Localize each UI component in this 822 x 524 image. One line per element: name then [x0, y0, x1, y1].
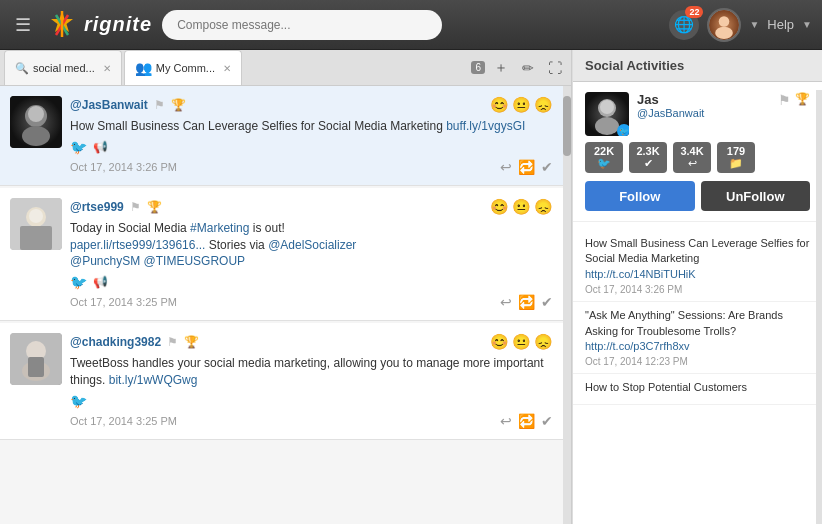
- mention-adel[interactable]: @AdelSocializer: [268, 238, 356, 252]
- sad-emoji-2[interactable]: 😞: [534, 198, 553, 216]
- activity-text-2: "Ask Me Anything" Sessions: Are Brands A…: [585, 308, 810, 354]
- retweet-icon-1[interactable]: 🔁: [518, 159, 535, 175]
- help-dropdown-arrow[interactable]: ▼: [802, 19, 812, 30]
- activity-item-1: How Small Business Can Leverage Selfies …: [573, 230, 822, 302]
- neutral-emoji-2[interactable]: 😐: [512, 198, 531, 216]
- add-tab-button[interactable]: ＋: [489, 57, 513, 79]
- feed-username-3[interactable]: @chadking3982: [70, 335, 161, 349]
- feed-item: @JasBanwait ⚑ 🏆 😊 😐 😞 How Small Business…: [0, 86, 563, 186]
- left-panel: 🔍 social med... ✕ 👥 My Comm... ✕ 6 ＋ ✏ ⛶: [0, 50, 572, 524]
- twitter-icon-1[interactable]: 🐦: [70, 139, 87, 155]
- reply-icon-2[interactable]: ↩: [500, 294, 512, 310]
- tab-social-media-close[interactable]: ✕: [103, 63, 111, 74]
- feed: @JasBanwait ⚑ 🏆 😊 😐 😞 How Small Business…: [0, 86, 563, 524]
- feed-link-2a[interactable]: paper.li/rtse999/139616...: [70, 238, 205, 252]
- topnav-right: 🌐 22 ▼ Help ▼: [669, 8, 812, 42]
- neutral-emoji-3[interactable]: 😐: [512, 333, 531, 351]
- feed-header-2: @rtse999 ⚑ 🏆 😊 😐 😞: [70, 198, 553, 216]
- tab-my-communities[interactable]: 👥 My Comm... ✕: [124, 50, 242, 85]
- follow-button[interactable]: Follow: [585, 181, 695, 211]
- right-panel-header: Social Activities: [573, 50, 822, 82]
- feed-username-1[interactable]: @JasBanwait: [70, 98, 148, 112]
- check-icon-1[interactable]: ✔: [541, 159, 553, 175]
- megaphone-icon-2[interactable]: 📢: [93, 275, 108, 289]
- trophy-icon-2[interactable]: 🏆: [147, 200, 162, 214]
- hashtag-marketing[interactable]: #Marketing: [190, 221, 249, 235]
- emoji-reactions-2: 😊 😐 😞: [490, 198, 553, 216]
- feed-header-1: @JasBanwait ⚑ 🏆 😊 😐 😞: [70, 96, 553, 114]
- feed-reply-icons-1: ↩ 🔁 ✔: [500, 159, 553, 175]
- reply-icon-3[interactable]: ↩: [500, 413, 512, 429]
- profile-avatar: 🐦: [585, 92, 629, 136]
- bookmark-icon-2[interactable]: ⚑: [130, 200, 141, 214]
- retweet-icon-3[interactable]: 🔁: [518, 413, 535, 429]
- svg-point-10: [28, 106, 44, 122]
- activity-link-2[interactable]: http://t.co/p3C7rfh8xv: [585, 340, 690, 352]
- feed-scrollbar[interactable]: [563, 86, 571, 524]
- notification-bell[interactable]: 🌐 22: [669, 10, 699, 40]
- svg-point-6: [716, 26, 734, 38]
- stats-row: 22K 🐦 2.3K ✔ 3.4K ↩ 179 📁: [585, 142, 810, 173]
- twitter-icon-2[interactable]: 🐦: [70, 274, 87, 290]
- tab-social-media[interactable]: 🔍 social med... ✕: [4, 50, 122, 85]
- feed-username-2[interactable]: @rtse999: [70, 200, 124, 214]
- feed-link-3[interactable]: bit.ly/1wWQGwg: [109, 373, 198, 387]
- happy-emoji-3[interactable]: 😊: [490, 333, 509, 351]
- profile-badges: ⚑ 🏆: [778, 92, 810, 108]
- stat-twitter: 22K 🐦: [585, 142, 623, 173]
- twitter-icon-3[interactable]: 🐦: [70, 393, 87, 409]
- edit-tab-button[interactable]: ✏: [517, 58, 539, 78]
- avatar-dropdown-arrow[interactable]: ▼: [749, 19, 759, 30]
- mention-punchy[interactable]: @PunchySM: [70, 254, 140, 268]
- help-button[interactable]: Help: [767, 17, 794, 32]
- sad-emoji-3[interactable]: 😞: [534, 333, 553, 351]
- reply-icon-1[interactable]: ↩: [500, 159, 512, 175]
- feed-reply-icons-2: ↩ 🔁 ✔: [500, 294, 553, 310]
- megaphone-icon-1[interactable]: 📢: [93, 140, 108, 154]
- community-icon: 👥: [135, 60, 152, 76]
- tabs-actions: 6 ＋ ✏ ⛶: [471, 57, 567, 79]
- check-icon-3[interactable]: ✔: [541, 413, 553, 429]
- compose-input[interactable]: [162, 10, 442, 40]
- happy-emoji-1[interactable]: 😊: [490, 96, 509, 114]
- profile-username[interactable]: @JasBanwait: [637, 107, 770, 119]
- retweet-icon-2[interactable]: 🔁: [518, 294, 535, 310]
- tabs-bar: 🔍 social med... ✕ 👥 My Comm... ✕ 6 ＋ ✏ ⛶: [0, 50, 571, 86]
- logo-icon: [46, 9, 78, 41]
- hamburger-menu[interactable]: ☰: [10, 9, 36, 41]
- bookmark-icon-3[interactable]: ⚑: [167, 335, 178, 349]
- bookmark-icon-1[interactable]: ⚑: [154, 98, 165, 112]
- logo-text: rignite: [84, 13, 152, 36]
- unfollow-button[interactable]: UnFollow: [701, 181, 811, 211]
- happy-emoji-2[interactable]: 😊: [490, 198, 509, 216]
- social-activity-profile: 🐦 Jas @JasBanwait ⚑ 🏆 22K 🐦 2.3K: [573, 82, 822, 222]
- activity-item-3: How to Stop Potential Customers: [573, 374, 822, 404]
- feed-item-2: @rtse999 ⚑ 🏆 😊 😐 😞 Today in Social Media…: [0, 188, 563, 321]
- neutral-emoji-1[interactable]: 😐: [512, 96, 531, 114]
- profile-trophy-icon[interactable]: 🏆: [795, 92, 810, 108]
- activity-feed: How Small Business Can Leverage Selfies …: [573, 222, 822, 524]
- mention-timeus[interactable]: @TIMEUSGROUP: [144, 254, 246, 268]
- feed-text-3: TweetBoss handles your social media mark…: [70, 355, 553, 389]
- user-avatar[interactable]: [707, 8, 741, 42]
- feed-link-1[interactable]: buff.ly/1vgysGI: [446, 119, 525, 133]
- profile-bookmark-icon[interactable]: ⚑: [778, 92, 791, 108]
- feed-timestamp-3: Oct 17, 2014 3:25 PM: [70, 415, 494, 427]
- feed-social-icons-1: 🐦 📢: [70, 139, 553, 155]
- tab-count-badge: 6: [471, 61, 485, 74]
- profile-twitter-badge: 🐦: [617, 124, 629, 136]
- trophy-icon-3[interactable]: 🏆: [184, 335, 199, 349]
- check-icon-2[interactable]: ✔: [541, 294, 553, 310]
- expand-tab-button[interactable]: ⛶: [543, 58, 567, 78]
- trophy-icon-1[interactable]: 🏆: [171, 98, 186, 112]
- feed-avatar-rtse: [10, 198, 62, 250]
- profile-row: 🐦 Jas @JasBanwait ⚑ 🏆: [585, 92, 810, 136]
- feed-avatar-jas: [10, 96, 62, 148]
- sad-emoji-1[interactable]: 😞: [534, 96, 553, 114]
- feed-header-3: @chadking3982 ⚑ 🏆 😊 😐 😞: [70, 333, 553, 351]
- right-panel: Social Activities 🐦 Jas @JasBanwait ⚑ 🏆: [572, 50, 822, 524]
- activity-link-1[interactable]: http://t.co/14NBiTUHiK: [585, 268, 696, 280]
- feed-text-2: Today in Social Media #Marketing is out!…: [70, 220, 553, 270]
- tab-my-communities-close[interactable]: ✕: [223, 63, 231, 74]
- feed-footer-1: Oct 17, 2014 3:26 PM ↩ 🔁 ✔: [70, 159, 553, 175]
